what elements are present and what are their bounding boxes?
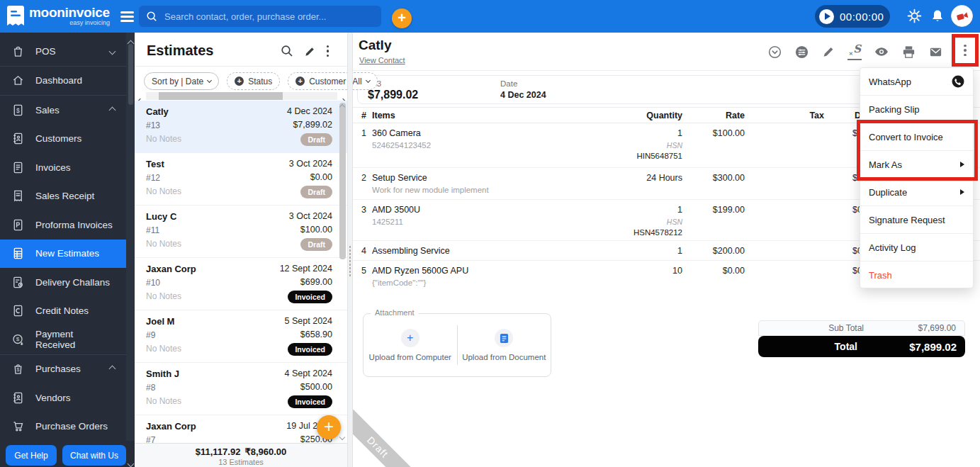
item-code: {"itemCode":""} [372, 278, 426, 287]
sidebar-item-label: Purchases [35, 364, 81, 374]
upload-from-document[interactable]: Upload from Document [458, 329, 551, 361]
customer-filter[interactable]: +Customer | All [288, 72, 377, 90]
menu-item-signature-request[interactable]: Signature Request [860, 206, 973, 234]
sidebar-item-proforma-invoices[interactable]: Proforma Invoices [0, 210, 126, 240]
col-quantity: Quantity [646, 111, 682, 120]
sort-filter[interactable]: Sort by | Date [144, 72, 219, 90]
logo-icon [7, 6, 24, 26]
play-icon[interactable] [819, 9, 834, 24]
status-circle-icon[interactable] [767, 45, 782, 60]
menu-item-whatsapp[interactable]: WhatsApp [860, 68, 973, 96]
sidebar-item-purchases[interactable]: $ Purchases [0, 355, 126, 384]
estimate-edit-icon[interactable] [304, 45, 316, 57]
estimate-amount: $100.00 [289, 225, 332, 235]
purchase-orders-icon [11, 420, 25, 433]
notifications-bell-icon[interactable] [930, 9, 945, 23]
panel-resize-divider[interactable] [347, 33, 353, 467]
user-avatar[interactable] [951, 5, 973, 27]
attachment-legend: Attachment [371, 308, 419, 317]
edit-pencil-icon[interactable] [821, 45, 835, 59]
menu-toggle-icon[interactable] [120, 11, 134, 24]
credit-notes-icon [11, 304, 25, 317]
sidebar-item-label: Payment Received [35, 329, 115, 350]
tune-icon[interactable] [794, 45, 809, 60]
status-filter[interactable]: +Status [227, 72, 280, 90]
menu-item-mark-as[interactable]: Mark As [860, 151, 973, 179]
sidebar-item-sales[interactable]: $ Sales [0, 96, 126, 125]
estimate-amount: $699.00 [280, 277, 332, 287]
global-search[interactable] [139, 6, 381, 27]
attachment-box: Attachment + Upload from Computer Upload… [363, 313, 551, 377]
item-number: 3 [361, 205, 366, 215]
scroll-down-icon[interactable] [128, 456, 133, 467]
more-options-kebab-icon[interactable] [964, 45, 967, 57]
footer-total-usd: $11,117.92 [196, 446, 241, 457]
menu-item-trash[interactable]: Trash [860, 261, 973, 289]
sidebar-item-customers[interactable]: Customers [0, 125, 126, 154]
email-icon[interactable] [928, 45, 943, 60]
global-search-input[interactable] [163, 11, 361, 23]
menu-item-convert-to-invoice[interactable]: Convert to Invoice [860, 123, 973, 151]
list-item[interactable]: Smith J #8 No Notes 4 Sept 2024$500.00In… [135, 363, 347, 415]
sidebar-item-sales-receipt[interactable]: Sales Receipt [0, 182, 126, 211]
sidebar-item-dashboard[interactable]: Dashboard [0, 67, 126, 96]
chat-with-us-button[interactable]: Chat with Us [62, 445, 126, 466]
sidebar-item-label: Dashboard [35, 75, 82, 86]
list-scrollbar[interactable] [339, 103, 346, 259]
preview-eye-icon[interactable] [874, 44, 889, 60]
menu-item-duplicate[interactable]: Duplicate [860, 179, 973, 206]
sidebar-scrollbar[interactable] [126, 33, 135, 441]
sidebar-item-new-estimates[interactable]: New Estimates [0, 240, 126, 269]
scroll-up-icon[interactable] [340, 99, 344, 112]
list-item[interactable]: Joel M #9 No Notes 5 Sept 2024$658.90Inv… [135, 310, 347, 363]
sidebar-item-invoices[interactable]: Invoices [0, 153, 126, 182]
sidebar: POS Dashboard $ Sales Customers Invoices [0, 33, 135, 467]
brand-name: mooninvoice [29, 6, 110, 19]
list-item[interactable]: Test #12 No Notes 3 Oct 2024$0.00Draft [135, 153, 347, 206]
sidebar-item-pos[interactable]: POS [0, 37, 126, 66]
print-icon[interactable] [901, 45, 916, 60]
upload-from-computer[interactable]: + Upload from Computer [364, 329, 457, 361]
plus-icon: + [401, 329, 419, 347]
estimate-more-icon[interactable] [327, 45, 330, 57]
sidebar-item-label: Sales [35, 105, 60, 116]
scroll-up-icon[interactable] [128, 36, 133, 49]
scroll-down-icon[interactable] [340, 429, 344, 442]
signature-icon[interactable]: ×S [847, 44, 862, 60]
list-item[interactable]: Catly #13 No Notes 4 Dec 2024$7,899.02Dr… [135, 101, 347, 153]
sidebar-item-payment-received[interactable]: $ Payment Received [0, 325, 126, 354]
estimate-search-icon[interactable] [281, 45, 293, 57]
item-description: Work for new module implement [372, 186, 489, 194]
scrollbar-thumb[interactable] [159, 92, 283, 100]
add-filter-icon: + [295, 77, 305, 86]
list-item[interactable]: Lucy C #11 No Notes 3 Oct 2024$100.00Dra… [135, 206, 347, 258]
horizontal-scrollbar[interactable] [135, 92, 347, 101]
list-item[interactable]: Jaxan Corp #10 No Notes 12 Sept 2024$699… [135, 258, 347, 310]
sidebar-item-credit-notes[interactable]: Credit Notes [0, 297, 126, 326]
brand-tagline: easy invoicing [29, 20, 110, 26]
quick-add-button[interactable]: + [392, 9, 412, 28]
total-row: Total $7,899.02 [758, 336, 965, 357]
view-contact-link[interactable]: View Contact [359, 56, 405, 64]
sales-icon: $ [11, 103, 25, 117]
app-logo[interactable]: mooninvoice easy invoicing [7, 6, 110, 26]
add-estimate-fab[interactable]: + [317, 415, 341, 439]
list-item[interactable]: Jaxan Corp #7 No Notes 19 Jul 2024$250.0… [135, 415, 347, 443]
item-rate: $199.00 [695, 205, 745, 215]
menu-item-activity-log[interactable]: Activity Log [860, 234, 973, 261]
date-value: 4 Dec 2024 [500, 90, 546, 100]
sidebar-item-delivery-challans[interactable]: Delivery Challans [0, 268, 126, 297]
sidebar-item-vendors[interactable]: Vendors [0, 383, 126, 412]
sidebar-item-purchase-orders[interactable]: Purchase Orders [0, 412, 126, 441]
settings-gear-icon[interactable] [907, 9, 922, 23]
status-badge: Draft [300, 238, 332, 251]
timer-pill[interactable]: 00:00:00 [815, 5, 890, 28]
chevron-up-icon [109, 366, 116, 373]
menu-item-packing-slip[interactable]: Packing Slip [860, 96, 973, 123]
item-code: 5246254123452 [372, 141, 431, 150]
sidebar-item-label: Sales Receipt [35, 191, 94, 201]
status-badge: Draft [300, 133, 332, 146]
chevron-down-icon [109, 47, 116, 55]
drag-handle-icon[interactable] [349, 245, 352, 278]
get-help-button[interactable]: Get Help [6, 445, 57, 466]
